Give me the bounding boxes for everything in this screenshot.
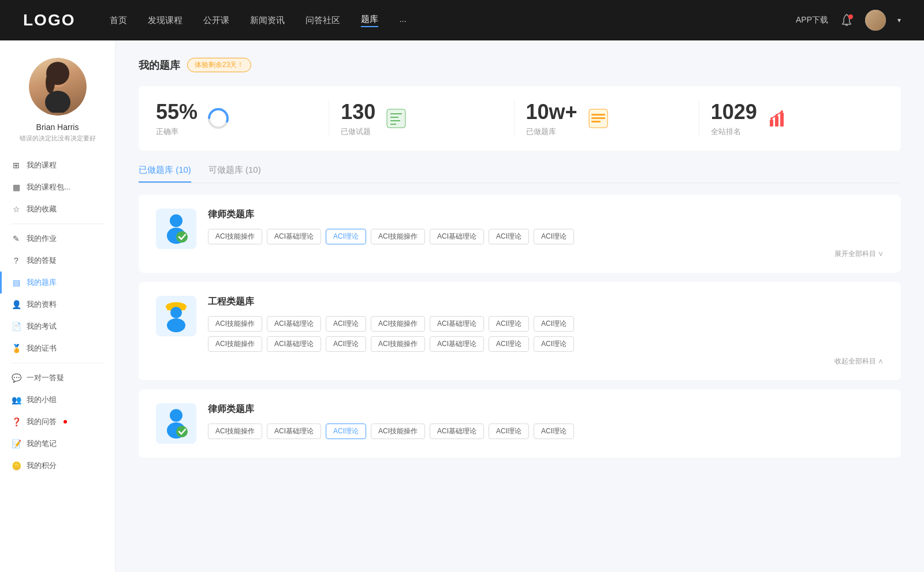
sidebar-item-notes[interactable]: 📝 我的笔记 xyxy=(0,433,115,455)
tag-eng-r1-4[interactable]: ACI基础理论 xyxy=(430,316,484,332)
engineer-person-icon xyxy=(159,299,193,333)
sidebar-item-coursepack[interactable]: ▦ 我的课程包... xyxy=(0,176,115,198)
svg-point-27 xyxy=(170,307,182,318)
bank-engineer-tags-row1: ACI技能操作 ACI基础理论 ACI理论 ACI技能操作 ACI基础理论 AC… xyxy=(208,316,884,332)
nav-home[interactable]: 首页 xyxy=(110,15,127,26)
nav-discover[interactable]: 发现课程 xyxy=(148,15,182,26)
nav-qa[interactable]: 问答社区 xyxy=(305,15,340,26)
sidebar-item-courses[interactable]: ⊞ 我的课程 xyxy=(0,154,115,176)
tag-lawyer-6[interactable]: ACI理论 xyxy=(534,229,574,244)
sidebar-item-bank[interactable]: ▤ 我的题库 xyxy=(0,272,115,294)
user-avatar[interactable] xyxy=(865,10,886,31)
tag-eng-r2-5[interactable]: ACI理论 xyxy=(489,336,529,352)
svg-point-22 xyxy=(170,214,182,227)
stat-site-rank-label: 全站排名 xyxy=(711,127,757,137)
stat-done-questions: 130 已做试题 xyxy=(329,100,514,137)
nav-news[interactable]: 新闻资讯 xyxy=(250,15,285,26)
nav-bank[interactable]: 题库 xyxy=(361,14,378,27)
site-rank-icon xyxy=(766,107,789,130)
svg-point-29 xyxy=(170,409,182,422)
tag-eng-r2-4[interactable]: ACI基础理论 xyxy=(430,336,484,352)
notification-bell[interactable] xyxy=(840,13,854,27)
lawyer-icon-container xyxy=(156,209,196,249)
tag-lawyer2-0[interactable]: ACI技能操作 xyxy=(208,424,262,439)
avatar-silhouette xyxy=(32,61,84,113)
nav-more[interactable]: ··· xyxy=(399,16,407,25)
sidebar-item-1on1[interactable]: 💬 一对一答疑 xyxy=(0,367,115,389)
stat-done-questions-value: 130 xyxy=(341,100,375,124)
sidebar-item-profile[interactable]: 👤 我的资料 xyxy=(0,294,115,315)
tag-lawyer2-5[interactable]: ACI理论 xyxy=(489,424,529,439)
tag-eng-r1-5[interactable]: ACI理论 xyxy=(489,316,529,332)
cert-icon: 🏅 xyxy=(12,344,21,353)
stat-done-banks-label: 已做题库 xyxy=(526,127,578,137)
user-tagline: 错误的决定比没有决定要好 xyxy=(20,134,96,143)
bank-engineer-tags-row2: ACI技能操作 ACI基础理论 ACI理论 ACI技能操作 ACI基础理论 AC… xyxy=(208,336,884,352)
tag-lawyer-2[interactable]: ACI理论 xyxy=(326,229,366,244)
tag-eng-r2-1[interactable]: ACI基础理论 xyxy=(267,336,321,352)
doc-icon: ⊞ xyxy=(12,161,21,170)
navbar: LOGO 首页 发现课程 公开课 新闻资讯 问答社区 题库 ··· APP下载 … xyxy=(0,0,924,40)
lawyer2-icon-container xyxy=(156,403,196,444)
lawyer-expand-link[interactable]: 展开全部科目 ∨ xyxy=(208,249,884,259)
svg-rect-7 xyxy=(387,109,405,128)
tag-lawyer2-2[interactable]: ACI理论 xyxy=(326,424,366,439)
svg-point-0 xyxy=(848,14,853,19)
app-download-link[interactable]: APP下载 xyxy=(796,15,828,25)
nav-opencourse[interactable]: 公开课 xyxy=(203,15,229,26)
bank-card-lawyer: 律师类题库 ACI技能操作 ACI基础理论 ACI理论 ACI技能操作 ACI基… xyxy=(139,195,901,273)
bar-icon: ▦ xyxy=(12,183,21,192)
tag-lawyer-4[interactable]: ACI基础理论 xyxy=(430,229,484,244)
tag-lawyer-0[interactable]: ACI技能操作 xyxy=(208,229,262,244)
tag-lawyer-3[interactable]: ACI技能操作 xyxy=(371,229,425,244)
stat-site-rank: 1029 全站排名 xyxy=(699,100,884,137)
tag-lawyer2-1[interactable]: ACI基础理论 xyxy=(267,424,321,439)
tag-eng-r2-6[interactable]: ACI理论 xyxy=(534,336,574,352)
tag-lawyer2-6[interactable]: ACI理论 xyxy=(534,424,574,439)
sidebar-item-qa-answer[interactable]: ? 我的答疑 xyxy=(0,250,115,272)
engineer-collapse-link[interactable]: 收起全部科目 ∧ xyxy=(208,356,884,366)
sidebar-item-cert[interactable]: 🏅 我的证书 xyxy=(0,337,115,359)
sidebar-item-points[interactable]: 🪙 我的积分 xyxy=(0,455,115,477)
trial-badge: 体验剩余23天！ xyxy=(187,58,251,72)
lawyer2-person-icon xyxy=(159,406,193,441)
stat-correct-rate-label: 正确率 xyxy=(156,127,198,137)
chat-icon: 💬 xyxy=(12,373,21,382)
pencil-icon: ✎ xyxy=(12,234,21,243)
stat-correct-rate-value: 55% xyxy=(156,100,198,124)
divider-1 xyxy=(12,224,103,224)
tag-lawyer-5[interactable]: ACI理论 xyxy=(489,229,529,244)
bank-lawyer2-content: 律师类题库 ACI技能操作 ACI基础理论 ACI理论 ACI技能操作 ACI基… xyxy=(208,403,884,444)
user-name: Brian Harris xyxy=(36,122,79,132)
tag-eng-r1-0[interactable]: ACI技能操作 xyxy=(208,316,262,332)
tag-eng-r1-2[interactable]: ACI理论 xyxy=(326,316,366,332)
sidebar-item-questions[interactable]: ❓ 我的问答 xyxy=(0,411,115,433)
tag-lawyer2-4[interactable]: ACI基础理论 xyxy=(430,424,484,439)
stat-correct-rate: 55% 正确率 xyxy=(156,100,329,137)
tag-lawyer-1[interactable]: ACI基础理论 xyxy=(267,229,321,244)
tag-eng-r1-1[interactable]: ACI基础理论 xyxy=(267,316,321,332)
divider-2 xyxy=(12,363,103,363)
tab-available-banks[interactable]: 可做题库 (10) xyxy=(208,165,261,183)
tag-eng-r2-0[interactable]: ACI技能操作 xyxy=(208,336,262,352)
tag-lawyer2-3[interactable]: ACI技能操作 xyxy=(371,424,425,439)
tag-eng-r2-3[interactable]: ACI技能操作 xyxy=(371,336,425,352)
svg-rect-14 xyxy=(591,117,605,119)
page-header: 我的题库 体验剩余23天！ xyxy=(139,58,901,72)
tab-done-banks[interactable]: 已做题库 (10) xyxy=(139,165,191,183)
note-icon: 📝 xyxy=(12,439,21,448)
user-menu-chevron[interactable]: ▾ xyxy=(897,16,901,24)
sidebar-item-favorites[interactable]: ☆ 我的收藏 xyxy=(0,198,115,220)
tag-eng-r1-3[interactable]: ACI技能操作 xyxy=(371,316,425,332)
sidebar-item-group[interactable]: 👥 我的小组 xyxy=(0,389,115,411)
sidebar-item-homework[interactable]: ✎ 我的作业 xyxy=(0,228,115,250)
svg-rect-18 xyxy=(780,113,784,127)
tag-eng-r1-6[interactable]: ACI理论 xyxy=(534,316,574,332)
group-icon: 👥 xyxy=(12,395,21,404)
tag-eng-r2-2[interactable]: ACI理论 xyxy=(326,336,366,352)
svg-point-4 xyxy=(46,72,55,93)
svg-rect-17 xyxy=(775,116,778,127)
bank-card-lawyer2: 律师类题库 ACI技能操作 ACI基础理论 ACI理论 ACI技能操作 ACI基… xyxy=(139,389,901,458)
sidebar-item-exam[interactable]: 📄 我的考试 xyxy=(0,315,115,337)
bank-card-engineer: 工程类题库 ACI技能操作 ACI基础理论 ACI理论 ACI技能操作 ACI基… xyxy=(139,282,901,380)
